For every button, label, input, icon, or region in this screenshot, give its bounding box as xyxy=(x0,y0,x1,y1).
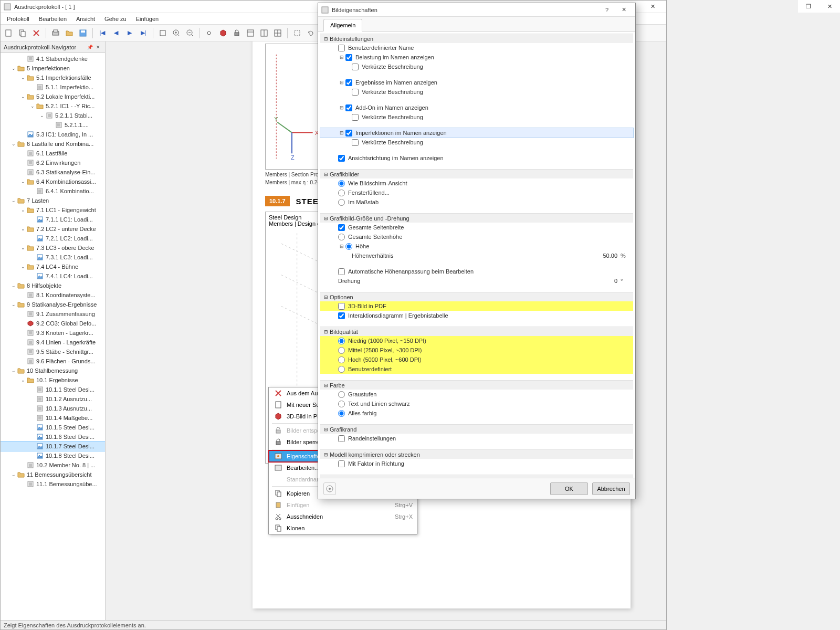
tree-item[interactable]: 9.3 Knoten - Lagerkr... xyxy=(1,328,105,338)
tree-item[interactable]: 10.2 Member No. 8 | ... xyxy=(1,460,105,470)
navigator-close-icon[interactable]: ✕ xyxy=(94,44,102,51)
tree-item[interactable]: 10.1.7 Steel Desi... xyxy=(1,442,105,451)
tab-allgemein[interactable]: Allgemein xyxy=(323,19,362,32)
tree-item[interactable]: ⌄9 Statikanalyse-Ergebnisse xyxy=(1,300,105,309)
tree-item[interactable]: 10.1.6 Steel Desi... xyxy=(1,432,105,442)
tree-item[interactable]: 7.2.1 LC2: Loadi... xyxy=(1,234,105,243)
menu-einfuegen[interactable]: Einfügen xyxy=(132,15,163,23)
menu-ansicht[interactable]: Ansicht xyxy=(72,15,99,23)
opt-gesamte-breite[interactable]: Gesamte Seitenbreite xyxy=(320,223,633,232)
tool-sel-icon[interactable] xyxy=(291,27,303,39)
opt-3d-pdf[interactable]: 3D-Bild in PDF xyxy=(320,301,633,311)
tree-item[interactable]: 7.3.1 LC3: Loadi... xyxy=(1,253,105,262)
tree-item[interactable]: ⌄7.1 LC1 - Eigengewicht xyxy=(1,205,105,215)
tree-item[interactable]: 9.1 Zusammenfassung xyxy=(1,309,105,319)
tree-item[interactable]: ⌄7.4 LC4 - Bühne xyxy=(1,262,105,271)
tree-item[interactable]: 7.4.1 LC4: Loadi... xyxy=(1,271,105,281)
tool-new-icon[interactable] xyxy=(3,27,15,39)
opt-mittel[interactable]: Mittel (2500 Pixel, ~300 DPI) xyxy=(320,345,633,355)
opt-ansicht-name[interactable]: Ansichtsrichtung im Namen anzeigen xyxy=(320,153,633,163)
group-grafikbilder[interactable]: ⊟Grafikbilder xyxy=(320,169,633,178)
opt-randeinstellungen[interactable]: Randeinstellungen xyxy=(320,434,633,443)
tree-item[interactable]: ⌄5.2 Lokale Imperfekti... xyxy=(1,92,105,101)
opt-hoehenverhaeltnis[interactable]: Höhenverhältnis50.00% xyxy=(320,251,633,260)
tree-item[interactable]: 9.5 Stäbe - Schnittgr... xyxy=(1,347,105,356)
opt-alles-farbig[interactable]: Alles farbig xyxy=(320,408,633,418)
tree-item[interactable]: ⌄7 Lasten xyxy=(1,196,105,205)
tree-item[interactable]: ⌄5 Imperfektionen xyxy=(1,64,105,73)
opt-benutzerdefiniert[interactable]: Benutzerdefiniert xyxy=(320,364,633,374)
tree-item[interactable]: ⌄10.1 Ergebnisse xyxy=(1,375,105,385)
tree-item[interactable]: 4.1 Stabendgelenke xyxy=(1,54,105,64)
opt-imperf-name[interactable]: ⊟Imperfektionen im Namen anzeigen xyxy=(320,128,633,138)
tree-item[interactable]: ⌄7.2 LC2 - untere Decke xyxy=(1,224,105,234)
tool-layout2-icon[interactable] xyxy=(258,27,270,39)
tree-item[interactable]: 10.1.1 Steel Desi... xyxy=(1,385,105,394)
opt-belastung-name[interactable]: ⊟Belastung im Namen anzeigen xyxy=(320,52,633,62)
opt-niedrig[interactable]: Niedrig (1000 Pixel, ~150 DPI) xyxy=(320,336,633,345)
tool-link-icon[interactable] xyxy=(203,27,216,39)
tool-layout1-icon[interactable] xyxy=(244,27,257,39)
menu-bearbeiten[interactable]: Bearbeiten xyxy=(35,15,71,23)
nav-last-icon[interactable]: ▶| xyxy=(137,27,150,39)
tool-print-icon[interactable] xyxy=(49,27,62,39)
dialog-help-icon[interactable]: ? xyxy=(598,4,615,16)
tree-item[interactable]: ⌄6.4 Kombinationsassi... xyxy=(1,177,105,186)
tree-item[interactable]: 6.4.1 Kombinatio... xyxy=(1,186,105,196)
opt-auto-hoehe[interactable]: Automatische Höhenanpassung beim Bearbei… xyxy=(320,267,633,276)
group-groesse-drehung[interactable]: ⊟Grafikbild-Größe und -Drehung xyxy=(320,213,633,223)
outer-restore-button[interactable]: ❐ xyxy=(798,0,819,13)
group-farbe[interactable]: ⊟Farbe xyxy=(320,380,633,390)
tree-item[interactable]: 9.2 CO3: Global Defo... xyxy=(1,319,105,328)
tool-delete-icon[interactable] xyxy=(30,27,43,39)
zoom-in-icon[interactable] xyxy=(170,27,183,39)
navigator-pin-icon[interactable]: 📌 xyxy=(86,44,93,51)
tool-folder-icon[interactable] xyxy=(63,27,76,39)
ctx-item[interactable]: Klonen xyxy=(269,522,417,534)
opt-wie-bildschirm[interactable]: Wie Bildschirm-Ansicht xyxy=(320,178,633,188)
tree-item[interactable]: 5.1.1 Imperfektio... xyxy=(1,82,105,92)
tree-item[interactable]: 5.2.1.1.... xyxy=(1,120,105,130)
opt-mit-faktor[interactable]: Mit Faktor in Richtung xyxy=(320,459,633,468)
nav-next-icon[interactable]: ▶ xyxy=(123,27,136,39)
tree-item[interactable]: 10.1.2 Ausnutzu... xyxy=(1,394,105,404)
opt-graustufen[interactable]: Graustufen xyxy=(320,390,633,399)
opt-fensterfuellend[interactable]: Fensterfüllend... xyxy=(320,188,633,197)
nav-prev-icon[interactable]: ◀ xyxy=(110,27,122,39)
cancel-button[interactable]: Abbrechen xyxy=(592,482,630,495)
tree-item[interactable]: 11.1 Bemessungsübe... xyxy=(1,479,105,489)
ctx-item[interactable]: AusschneidenStrg+X xyxy=(269,511,417,522)
menu-protokoll[interactable]: Protokoll xyxy=(3,15,34,23)
tool-lock-icon[interactable] xyxy=(230,27,243,39)
tree-item[interactable]: 9.4 Linien - Lagerkräfte xyxy=(1,338,105,347)
tree-item[interactable]: 8.1 Koordinatensyste... xyxy=(1,290,105,300)
opt-verk-besch-1[interactable]: Verkürzte Beschreibung xyxy=(320,62,633,71)
tree-item[interactable]: ⌄7.3 LC3 - obere Decke xyxy=(1,243,105,253)
tool-copy-icon[interactable] xyxy=(16,27,29,39)
ok-button[interactable]: OK xyxy=(550,482,588,495)
tree-item[interactable]: 10.1.5 Steel Desi... xyxy=(1,423,105,432)
opt-interaktionsdiagramm[interactable]: Interaktionsdiagramm | Ergebnistabelle xyxy=(320,311,633,320)
opt-verk-besch-3[interactable]: Verkürzte Beschreibung xyxy=(320,112,633,122)
tree-item[interactable]: ⌄5.2.1.1 Stabi... xyxy=(1,111,105,120)
opt-verk-besch-2[interactable]: Verkürzte Beschreibung xyxy=(320,87,633,97)
tree-item[interactable]: ⌄8 Hilfsobjekte xyxy=(1,281,105,290)
opt-verk-besch-4[interactable]: Verkürzte Beschreibung xyxy=(320,138,633,147)
tree-item[interactable]: ⌄6 Lastfälle und Kombina... xyxy=(1,139,105,149)
opt-gesamte-hoehe[interactable]: Gesamte Seitenhöhe xyxy=(320,232,633,242)
tree-item[interactable]: 6.3 Statikanalyse-Ein... xyxy=(1,167,105,177)
group-modell[interactable]: ⊟Modell komprimieren oder strecken xyxy=(320,449,633,459)
tool-cube-icon[interactable] xyxy=(217,27,229,39)
opt-hoch[interactable]: Hoch (5000 Pixel, ~600 DPI) xyxy=(320,355,633,364)
tree-item[interactable]: ⌄11 Bemessungsübersicht xyxy=(1,470,105,479)
tree-item[interactable]: 6.1 Lastfälle xyxy=(1,149,105,158)
tool-layout3-icon[interactable] xyxy=(271,27,284,39)
tool-refresh-icon[interactable] xyxy=(304,27,317,39)
opt-ergebnisse-name[interactable]: ⊟Ergebnisse im Namen anzeigen xyxy=(320,78,633,87)
opt-hoehe[interactable]: ⊟Höhe xyxy=(320,242,633,251)
tree-item[interactable]: 10.1.4 Maßgebe... xyxy=(1,413,105,423)
zoom-fit-icon[interactable] xyxy=(156,27,169,39)
tree-item[interactable]: ⌄10 Stahlbemessung xyxy=(1,366,105,375)
tree-item[interactable]: ⌄5.1 Imperfektionsfälle xyxy=(1,73,105,82)
opt-addon-name[interactable]: ⊟Add-On im Namen anzeigen xyxy=(320,103,633,112)
